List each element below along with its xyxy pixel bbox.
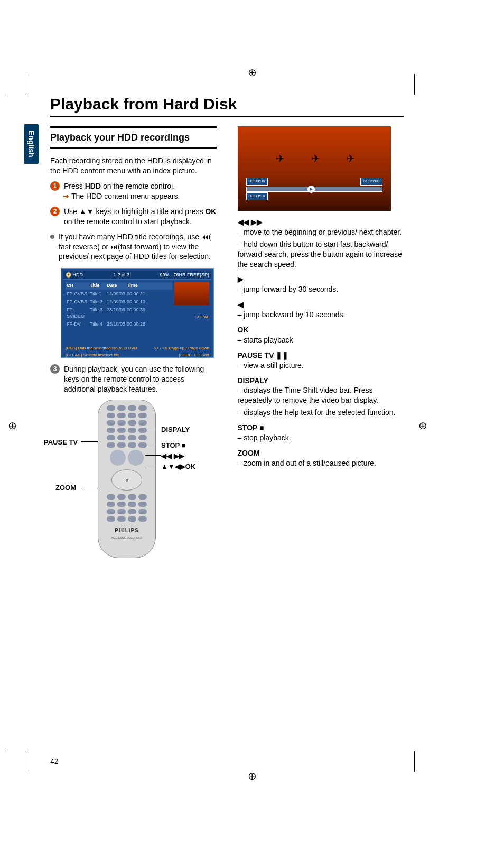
note-text: If you have many HDD title recordings, u…	[59, 232, 217, 262]
table-row: FP-SVIDEOTitle 323/10/0300:00:30	[66, 306, 172, 320]
cell: 00:00:21	[126, 290, 145, 298]
step-3: 3 During playback, you can use the follo…	[50, 364, 217, 394]
func-fwd-body: – jump forward by 30 seconds.	[238, 284, 404, 294]
table-header: CH Title Date Time	[66, 282, 172, 290]
columns: Playback your HDD recordings Each record…	[50, 126, 404, 590]
button-name: HDD	[85, 182, 101, 190]
result-line: The HDD content menu appears.	[71, 191, 217, 201]
func-seek-body: – move to the beginning or previous/ nex…	[238, 227, 404, 237]
cell: Title 2	[89, 298, 106, 306]
func-zoom-head: ZOOM	[238, 448, 404, 458]
hdd-free: 99% - 76HR FREE(SP)	[160, 272, 209, 278]
col-title: Title	[89, 282, 106, 289]
cell: FP-DV	[66, 320, 89, 328]
cell: Title1	[89, 290, 106, 298]
cell: 12/09/03	[106, 298, 126, 306]
remote-brand-sub: HDD & DVD RECORDER	[111, 536, 142, 540]
col-date: Date	[106, 282, 126, 289]
cell: Title 4	[89, 320, 106, 328]
callout-display: DISPALY	[161, 425, 190, 434]
cell: 00:00:30	[126, 306, 145, 320]
remote-body: ◦ PHILIPS HDD & DVD RECORDER	[98, 400, 156, 558]
registration-mark-icon: ⊕	[248, 770, 257, 782]
callout-zoom: ZOOM	[55, 483, 76, 493]
func-seek-head: ◀◀ ▶▶	[238, 217, 404, 227]
table-row: FP-CVBSTitle112/09/0300:00:21	[66, 290, 172, 298]
page-title: Playback from Hard Disk	[50, 95, 404, 117]
text: If you have many HDD title recordings, u…	[59, 233, 201, 241]
hdd-menu-screenshot: 📀 HDD 1-2 of 2 99% - 76HR FREE(SP) CH Ti…	[61, 268, 214, 358]
text: keys to highlight a title and press	[94, 207, 206, 216]
func-stop-head: STOP ■	[238, 423, 404, 433]
col-time: Time	[126, 282, 145, 289]
hdd-thumb-label: SP PAL	[174, 314, 209, 320]
col-ch: CH	[66, 282, 89, 289]
cell: 00:00:25	[126, 320, 145, 328]
time-current: 00:03:10	[246, 192, 268, 200]
registration-mark-icon: ⊕	[418, 419, 427, 432]
nav-pad-icon: ◦	[111, 469, 142, 491]
column-left: Playback your HDD recordings Each record…	[50, 126, 217, 590]
step-number-icon: 2	[50, 207, 60, 216]
step-number-icon: 3	[50, 364, 60, 374]
func-fwd-head: ▶	[238, 274, 404, 284]
bird-silhouette-icon: ✈ ✈ ✈	[276, 152, 367, 166]
hdd-table: CH Title Date Time FP-CVBSTitle112/09/03…	[66, 282, 172, 328]
func-display-head: DISPALY	[238, 376, 404, 386]
cell: FP-CVBS	[66, 290, 89, 298]
callout-line	[81, 441, 98, 442]
func-display-body1: – displays the Time Shift video bar. Pre…	[238, 385, 404, 405]
callout-line	[145, 466, 161, 466]
cell: 00:00:10	[126, 298, 145, 306]
page-content: Playback from Hard Disk English Playback…	[50, 95, 404, 751]
foot-rec: [REC] Dub the selectted file(s) to DVD	[66, 346, 137, 352]
step-body: During playback, you can use the followi…	[64, 364, 217, 394]
section-heading: Playback your HDD recordings	[50, 126, 217, 149]
intro-text: Each recording stored on the HDD is disp…	[50, 156, 217, 176]
func-display-body2: – displays the help text for the selecte…	[238, 408, 404, 418]
crop-mark	[5, 74, 26, 95]
callout-line	[145, 445, 161, 445]
registration-mark-icon: ⊕	[8, 419, 17, 432]
callout-pause-tv: PAUSE TV	[44, 438, 78, 447]
column-right: ✈ ✈ ✈ 00:00:30 01:15:00 ▶ 00:03:10 ◀◀ ▶▶…	[238, 126, 404, 590]
arrow-up-down-icon: ▲▼	[79, 207, 94, 216]
callout-line	[81, 487, 98, 487]
crop-mark	[414, 74, 435, 95]
registration-mark-icon: ⊕	[248, 66, 257, 79]
page-number: 42	[50, 757, 59, 765]
time-left: 00:00:30	[246, 178, 268, 186]
func-ok-head: OK	[238, 325, 404, 335]
func-back-head: ◀	[238, 300, 404, 310]
cell: 25/10/03	[106, 320, 126, 328]
crop-mark	[5, 751, 26, 772]
foot-clear: [CLEAR] Select/Unselect file	[66, 353, 119, 358]
callout-line	[145, 429, 161, 429]
cell: 12/09/03	[106, 290, 126, 298]
hdd-thumb-col: SP PAL	[174, 282, 209, 328]
language-tab: English	[24, 124, 39, 164]
button-name: OK	[205, 207, 216, 216]
forward-icon: ⏭	[110, 243, 118, 251]
playback-screenshot: ✈ ✈ ✈ 00:00:30 01:15:00 ▶ 00:03:10	[238, 126, 391, 211]
hdd-thumbnail	[174, 282, 209, 305]
cell: Title 3	[89, 306, 106, 320]
func-stop-body: – stop playback.	[238, 433, 404, 443]
foot-shuffle: [SHUFFLE] Sort	[179, 353, 209, 358]
func-pause-head: PAUSE TV ❚❚	[238, 350, 404, 360]
hdd-menu-body: CH Title Date Time FP-CVBSTitle112/09/03…	[63, 280, 211, 330]
play-marker-icon: ▶	[307, 186, 315, 193]
cell: FP-SVIDEO	[66, 306, 89, 320]
step-body: Use ▲▼ keys to highlight a title and pre…	[64, 207, 217, 227]
foot-page: K< / >K Page up / Page down	[154, 346, 209, 352]
callout-line	[145, 455, 161, 456]
func-seek-body2: – hold down this button to start fast ba…	[238, 239, 404, 270]
step-1: 1 Press HDD on the remote control. The H…	[50, 181, 217, 201]
func-back-body: – jump backward by 10 seconds.	[238, 310, 404, 320]
bullet-icon	[50, 235, 54, 239]
remote-brand: PHILIPS	[115, 527, 139, 534]
cell: FP-CVBS	[66, 298, 89, 306]
hdd-page: 1-2 of 2	[113, 272, 129, 278]
callout-nav: ▲▼◀▶OK	[161, 462, 195, 471]
text: Press	[64, 182, 85, 190]
